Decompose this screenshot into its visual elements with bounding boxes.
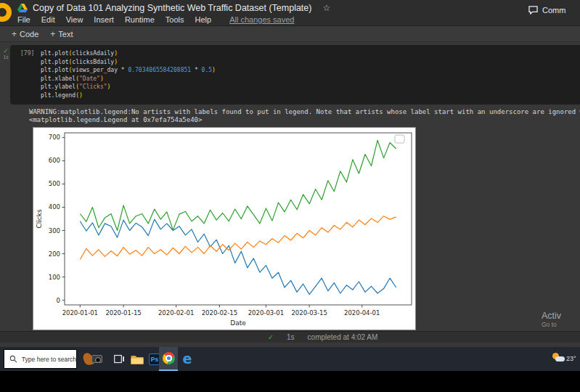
plus-icon: + (12, 29, 17, 39)
all-changes-saved-link[interactable]: All changes saved (229, 15, 294, 24)
file-explorer-button[interactable] (128, 347, 146, 371)
svg-text:Clicks: Clicks (36, 209, 43, 228)
svg-text:200: 200 (49, 250, 60, 258)
colab-logo-icon (0, 3, 12, 22)
edge-button[interactable]: e (179, 347, 196, 371)
plus-icon: + (50, 29, 55, 39)
add-text-button[interactable]: + Text (50, 29, 73, 39)
camera-shape (91, 355, 102, 363)
chrome-button-active[interactable] (159, 347, 178, 371)
menu-help[interactable]: Help (195, 15, 212, 24)
execution-count: [79] (20, 49, 41, 58)
comment-label: Comm (542, 6, 565, 15)
notebook-toolbar: + Code + Text (0, 27, 580, 42)
cell-output: WARNING:matplotlib.legend:No artists wit… (29, 108, 580, 124)
comment-button[interactable]: Comm (528, 6, 580, 15)
taskbar-weather-widget[interactable]: 23° (550, 347, 580, 371)
cell-exec-time: 1s (1, 54, 10, 60)
colab-header: Copy of Data 101 Analyzing Synthetic Web… (0, 0, 580, 26)
search-icon (9, 355, 17, 363)
desktop-screen: Copy of Data 101 Analyzing Synthetic Web… (0, 0, 580, 392)
notebook-title[interactable]: Copy of Data 101 Analyzing Synthetic Web… (33, 3, 311, 13)
cell-success-check-icon: ✓ (1, 48, 10, 54)
activate-windows-watermark: Activ Go to (542, 311, 580, 328)
svg-text:2020-01-01: 2020-01-01 (62, 309, 98, 317)
add-code-label: Code (20, 30, 38, 38)
svg-text:2020-03-01: 2020-03-01 (248, 309, 284, 317)
add-code-button[interactable]: + Code (12, 29, 38, 39)
task-view-button[interactable] (110, 347, 128, 371)
code-editor[interactable]: plt.plot(clicksAdaily)plt.plot(clicksBda… (41, 49, 216, 99)
svg-text:0: 0 (57, 297, 60, 304)
menu-view[interactable]: View (66, 15, 83, 24)
comment-icon (528, 6, 538, 15)
menu-tools[interactable]: Tools (166, 15, 184, 24)
svg-text:600: 600 (49, 157, 60, 164)
folder-icon (131, 354, 144, 364)
warning-line: WARNING:matplotlib.legend:No artists wit… (29, 108, 580, 116)
watermark-line1: Activ (542, 311, 580, 321)
svg-text:2020-01-15: 2020-01-15 (105, 309, 141, 317)
squirrel-camera-icon[interactable] (78, 347, 107, 371)
execution-status-bar: ✓ 1s completed at 4:02 AM (0, 331, 580, 343)
svg-text:300: 300 (49, 227, 60, 234)
menu-file[interactable]: File (17, 15, 30, 24)
svg-text:2020-02-01: 2020-02-01 (158, 309, 194, 317)
clicks-line-chart: 01002003004005006007002020-01-012020-01-… (33, 128, 415, 330)
menu-runtime[interactable]: Runtime (125, 15, 155, 24)
windows-taskbar: Type here to search Ps e (0, 347, 580, 371)
edge-icon: e (183, 352, 192, 366)
status-completed-text: completed at 4:02 AM (308, 333, 378, 341)
svg-text:2020-02-15: 2020-02-15 (202, 309, 237, 317)
status-duration: 1s (287, 333, 295, 341)
search-placeholder: Type here to search (22, 356, 76, 363)
chrome-icon (163, 352, 175, 364)
drive-icon (17, 4, 28, 12)
svg-text:500: 500 (49, 180, 60, 187)
svg-text:2020-03-15: 2020-03-15 (291, 309, 327, 317)
menu-insert[interactable]: Insert (94, 15, 114, 24)
cell-gutter: ✓ 1s (1, 48, 10, 60)
task-view-icon (114, 354, 125, 364)
screen-letterbox (0, 371, 580, 392)
svg-text:Date: Date (230, 319, 246, 327)
svg-text:400: 400 (49, 203, 60, 211)
taskbar-search-input[interactable]: Type here to search (4, 349, 77, 369)
svg-text:700: 700 (49, 134, 60, 141)
menu-bar: File Edit View Insert Runtime Tools Help… (17, 15, 294, 25)
menu-edit[interactable]: Edit (41, 15, 55, 24)
cloud-icon (555, 356, 565, 362)
status-check-icon: ✓ (268, 333, 274, 341)
watermark-line2: Go to (542, 321, 580, 328)
temperature-label: 23° (566, 355, 576, 362)
svg-text:100: 100 (49, 274, 60, 281)
add-text-label: Text (58, 30, 73, 38)
code-cell[interactable]: [79] plt.plot(clicksAdaily)plt.plot(clic… (10, 45, 580, 105)
star-icon[interactable]: ☆ (322, 3, 330, 13)
svg-text:2020-04-01: 2020-04-01 (344, 309, 380, 317)
legend-repr-line: <matplotlib.legend.Legend at 0x7efa754a5… (29, 116, 580, 124)
matplotlib-figure: 01002003004005006007002020-01-012020-01-… (33, 127, 416, 330)
